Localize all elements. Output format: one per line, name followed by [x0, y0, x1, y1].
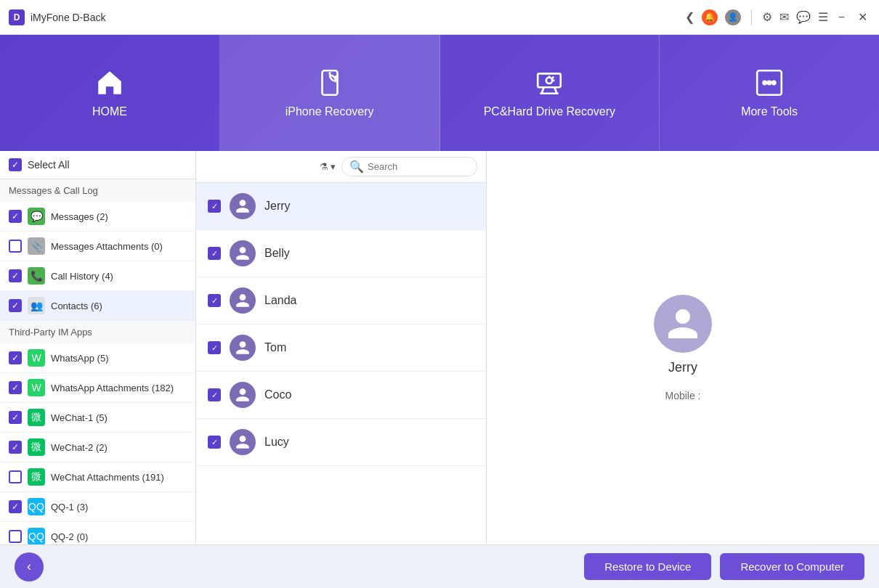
messages-label: Messages (2): [51, 211, 187, 222]
sidebar-item-whatsapp[interactable]: W WhatsApp (5): [0, 343, 195, 373]
title-bar: D iMyFone D-Back ❮ 🔔 👤 ⚙ ✉ 💬 ☰ − ✕: [0, 0, 879, 35]
belly-checkbox[interactable]: [208, 247, 221, 260]
coco-checkbox[interactable]: [208, 388, 221, 401]
sidebar-item-messages-att[interactable]: 📎 Messages Attachments (0): [0, 232, 195, 261]
jerry-avatar: [230, 193, 256, 219]
sidebar-item-call-history[interactable]: 📞 Call History (4): [0, 261, 195, 291]
svg-rect-1: [538, 73, 562, 87]
wechat2-checkbox[interactable]: [9, 441, 22, 454]
sidebar-item-wechat2[interactable]: 微 WeChat-2 (2): [0, 433, 195, 462]
nav-iphone-recovery[interactable]: iPhone Recovery: [220, 35, 440, 151]
search-icon: 🔍: [349, 160, 364, 173]
svg-point-5: [768, 81, 771, 84]
svg-point-6: [772, 81, 775, 84]
nav-iphone-label: iPhone Recovery: [285, 105, 374, 118]
sidebar-item-messages[interactable]: 💬 Messages (2): [0, 202, 195, 232]
lucy-name: Lucy: [264, 436, 474, 449]
section-thirdparty-header: Third-Party IM Apps: [0, 321, 195, 343]
messages-att-checkbox[interactable]: [9, 240, 22, 253]
contact-row-lucy[interactable]: Lucy: [196, 419, 486, 466]
wechat1-checkbox[interactable]: [9, 411, 22, 424]
filter-button[interactable]: ⚗ ▾: [320, 161, 336, 172]
select-all-label: Select All: [28, 159, 70, 171]
sidebar: Select All Messages & Call Log 💬 Message…: [0, 151, 196, 544]
lucy-avatar: [230, 429, 256, 455]
qq2-label: QQ-2 (0): [51, 531, 187, 542]
jerry-checkbox[interactable]: [208, 200, 221, 213]
svg-point-4: [763, 81, 766, 84]
messages-icon: 💬: [28, 208, 45, 225]
wechat1-label: WeChat-1 (5): [51, 412, 187, 423]
mail-icon[interactable]: ✉: [779, 10, 789, 24]
filter-dropdown-icon: ▾: [331, 161, 336, 172]
search-box[interactable]: 🔍: [341, 157, 477, 176]
tom-name: Tom: [264, 341, 474, 354]
contacts-checkbox[interactable]: [9, 299, 22, 312]
wechat-att-icon: 微: [28, 468, 45, 486]
nav-more-tools[interactable]: More Tools: [660, 35, 879, 151]
back-button[interactable]: ‹: [15, 552, 44, 581]
recover-to-computer-button[interactable]: Recover to Computer: [720, 553, 864, 580]
contact-row-belly[interactable]: Belly: [196, 230, 486, 277]
contacts-label: Contacts (6): [51, 301, 187, 311]
sidebar-item-qq2[interactable]: QQ QQ-2 (0): [0, 522, 195, 544]
settings-icon[interactable]: ⚙: [762, 10, 772, 24]
whatsapp-icon: W: [28, 349, 45, 367]
restore-to-device-button[interactable]: Restore to Device: [584, 553, 711, 580]
contact-row-landa[interactable]: Landa: [196, 277, 486, 324]
app-logo: D: [9, 9, 25, 25]
menu-icon[interactable]: ☰: [818, 10, 828, 24]
sidebar-item-whatsapp-att[interactable]: W WhatsApp Attachments (182): [0, 373, 195, 403]
sidebar-item-contacts[interactable]: 👥 Contacts (6): [0, 291, 195, 321]
qq1-checkbox[interactable]: [9, 500, 22, 513]
nav-home[interactable]: HOME: [0, 35, 220, 151]
close-button[interactable]: ✕: [855, 10, 870, 24]
title-bar-left: D iMyFone D-Back: [9, 9, 105, 25]
minimize-button[interactable]: −: [835, 11, 848, 24]
qq2-checkbox[interactable]: [9, 530, 22, 543]
sidebar-item-qq1[interactable]: QQ QQ-1 (3): [0, 492, 195, 522]
nav-home-label: HOME: [92, 105, 127, 118]
call-history-label: Call History (4): [51, 271, 187, 282]
wechat-att-checkbox[interactable]: [9, 470, 22, 483]
tom-checkbox[interactable]: [208, 341, 221, 354]
search-input[interactable]: [368, 161, 469, 172]
whatsapp-att-checkbox[interactable]: [9, 381, 22, 394]
whatsapp-att-icon: W: [28, 379, 45, 396]
user-avatar[interactable]: 👤: [725, 9, 741, 25]
contact-row-jerry[interactable]: Jerry: [196, 183, 486, 230]
contact-row-tom[interactable]: Tom: [196, 324, 486, 372]
section-messages-header: Messages & Call Log: [0, 179, 195, 202]
landa-name: Landa: [264, 294, 474, 307]
qq2-icon: QQ: [28, 528, 45, 544]
middle-panel: ⚗ ▾ 🔍 Jerry Belly: [196, 151, 487, 544]
chat-icon[interactable]: 💬: [796, 10, 811, 24]
landa-checkbox[interactable]: [208, 294, 221, 307]
middle-toolbar: ⚗ ▾ 🔍: [196, 151, 486, 183]
nav-pc-recovery[interactable]: PC&Hard Drive Recovery: [440, 35, 660, 151]
tom-avatar: [230, 335, 256, 361]
jerry-name: Jerry: [264, 200, 474, 213]
messages-checkbox[interactable]: [9, 210, 22, 223]
sidebar-item-wechat-att[interactable]: 微 WeChat Attachments (191): [0, 462, 195, 492]
lucy-checkbox[interactable]: [208, 436, 221, 449]
select-all-row[interactable]: Select All: [0, 151, 195, 179]
detail-name: Jerry: [668, 360, 697, 375]
whatsapp-att-label: WhatsApp Attachments (182): [51, 383, 187, 393]
contact-row-coco[interactable]: Coco: [196, 372, 486, 419]
back-icon: ‹: [27, 559, 31, 574]
wechat2-icon: 微: [28, 438, 45, 456]
share-icon[interactable]: ❮: [685, 10, 694, 24]
wechat-att-label: WeChat Attachments (191): [51, 472, 187, 483]
nav-pc-label: PC&Hard Drive Recovery: [484, 105, 615, 118]
whatsapp-checkbox[interactable]: [9, 351, 22, 364]
landa-avatar: [230, 287, 256, 314]
detail-avatar: [654, 295, 712, 353]
nav-bar: HOME iPhone Recovery PC&Hard Drive Recov…: [0, 35, 879, 151]
notification-badge[interactable]: 🔔: [702, 9, 718, 25]
detail-mobile: Mobile :: [665, 390, 700, 401]
select-all-checkbox[interactable]: [9, 158, 22, 171]
nav-more-label: More Tools: [741, 105, 798, 118]
call-history-checkbox[interactable]: [9, 269, 22, 282]
sidebar-item-wechat1[interactable]: 微 WeChat-1 (5): [0, 403, 195, 433]
